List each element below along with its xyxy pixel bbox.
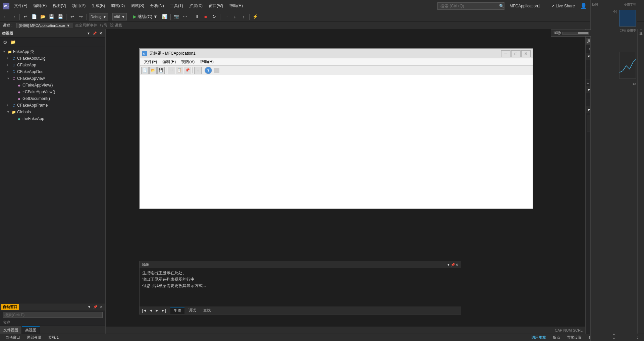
tree-item-1[interactable]: + C CFakeApp	[0, 62, 105, 68]
perf-monitor-button[interactable]: 📊	[161, 13, 168, 20]
tab-class-view[interactable]: 类视图	[22, 326, 40, 334]
screenshot-button[interactable]: 📷	[173, 13, 180, 20]
auto-window-col-header: 名称	[0, 319, 105, 326]
output-title: 输出	[142, 262, 150, 267]
tree-item-8[interactable]: ▼ 📁 Globals	[0, 109, 105, 115]
output-dropdown-button[interactable]: ▼	[447, 263, 450, 267]
tree-item-9[interactable]: ◆ theFakeApp	[0, 115, 105, 122]
platform-dropdown[interactable]: x86 ▼	[112, 13, 127, 20]
output-last-button[interactable]: ►|	[160, 308, 167, 313]
class-view-close-button[interactable]: ✕	[98, 31, 103, 36]
tree-item-3[interactable]: ▼ C CFakeAppView	[0, 75, 105, 82]
restart-button[interactable]: ↻	[211, 13, 218, 20]
output-tab-build[interactable]: 生成	[170, 307, 184, 314]
process-selector[interactable]: [8496] MFCApplication1.exe ▼	[16, 23, 72, 28]
step-out-button[interactable]: ↑	[240, 13, 247, 20]
menu-file[interactable]: 文件(F)	[11, 2, 30, 10]
dropdown-arrow-icon: ▼	[103, 15, 106, 19]
stop-button[interactable]: ■	[202, 13, 209, 20]
undo2-button[interactable]: ↩	[68, 13, 76, 20]
debug-tab-exceptions[interactable]: 异常设置	[564, 334, 584, 341]
undo-button[interactable]: ↩	[22, 13, 29, 20]
output-close-button[interactable]: ✕	[455, 263, 458, 267]
cpu-thumbnail	[619, 10, 636, 26]
tree-item-6[interactable]: ◆ GetDocument()	[0, 95, 105, 102]
menu-edit[interactable]: 编辑(E)	[31, 2, 49, 10]
tree-item-4[interactable]: ◆ CFakeAppView()	[0, 82, 105, 89]
sidebar-strip-item-2[interactable]: 工具箱	[639, 36, 643, 39]
auto-window-close-button[interactable]: ✕	[99, 304, 104, 310]
save-all-button[interactable]: 💾	[57, 13, 64, 20]
tree-item-root[interactable]: ▼ 📁 FakeApp 类	[0, 48, 105, 55]
menu-help[interactable]: 帮助(H)	[226, 2, 246, 10]
mfc-menu-file[interactable]: 文件(F)	[141, 58, 160, 65]
output-tab-debug[interactable]: 调试	[185, 307, 199, 314]
forward-button[interactable]: →	[10, 13, 17, 20]
tree-item-2[interactable]: + C CFakeAppDoc	[0, 68, 105, 75]
mfc-paste-button[interactable]: 📌	[184, 67, 191, 74]
output-pin-button[interactable]: 📌	[451, 263, 455, 267]
step-into-button[interactable]: ↓	[231, 13, 238, 20]
mfc-close-button[interactable]: ✕	[521, 50, 531, 57]
menu-tools[interactable]: 工具(T)	[167, 2, 186, 10]
mfc-help-button[interactable]: ?	[205, 67, 212, 74]
auto-search-input[interactable]	[3, 312, 103, 318]
auto-window-dock-button[interactable]: 📌	[93, 304, 98, 310]
back-button[interactable]: ←	[1, 13, 9, 20]
mfc-open-button[interactable]: 📂	[149, 67, 157, 74]
mfc-print-button[interactable]: 🖨	[194, 67, 202, 74]
new-file-button[interactable]: 📄	[31, 13, 38, 20]
debug-config-dropdown[interactable]: Debug ▼	[89, 13, 108, 20]
mfc-minimize-button[interactable]: ─	[501, 50, 511, 57]
debug-tab-callstack[interactable]: 调用堆栈	[529, 334, 549, 341]
menu-project[interactable]: 项目(P)	[69, 2, 88, 10]
pause-button[interactable]: ⏸	[193, 13, 201, 20]
redo-button[interactable]: ↪	[77, 13, 85, 20]
menu-view[interactable]: 视图(V)	[50, 2, 69, 10]
continue-button[interactable]: ▶ 继续(C) ▼	[131, 13, 160, 20]
menu-build[interactable]: 生成(B)	[89, 2, 108, 10]
mfc-save-button[interactable]: 💾	[157, 67, 165, 74]
user-icon[interactable]: 👤	[580, 3, 587, 9]
output-next-button[interactable]: ►	[154, 308, 160, 313]
class-view-dock-button[interactable]: 📌	[92, 31, 97, 36]
mfc-menu-help[interactable]: 帮助(H)	[197, 58, 216, 65]
class-view-folder-button[interactable]: 📁	[9, 39, 17, 46]
debug-tab-auto[interactable]: 自动窗口	[3, 334, 23, 341]
mfc-window[interactable]: M 无标题 - MFCApplication1 ─ □ ✕ 文件(F) 编辑(E…	[139, 48, 533, 209]
search-input[interactable]	[437, 2, 504, 10]
class-view-pin-button[interactable]: ▼	[86, 31, 91, 36]
menu-test[interactable]: 测试(S)	[128, 2, 147, 10]
debug-tab-locals[interactable]: 局部变量	[24, 334, 44, 341]
sidebar-strip-item-1[interactable]: 性能分析器	[639, 31, 643, 33]
mfc-menu-view[interactable]: 视图(V)	[178, 58, 197, 65]
output-prev-button[interactable]: ◄	[148, 308, 154, 313]
debug-tab-breakpoints[interactable]: 断点	[550, 334, 563, 341]
class-view-settings-button[interactable]: ⚙	[1, 39, 9, 46]
menu-extensions[interactable]: 扩展(X)	[186, 2, 205, 10]
debug-tab-watch[interactable]: 监视 1	[46, 334, 61, 341]
mfc-menu-edit[interactable]: 编辑(E)	[160, 58, 178, 65]
mfc-cut-button[interactable]: ✂	[168, 67, 175, 74]
more-tools-button[interactable]: ⋯	[181, 13, 189, 20]
menu-debug[interactable]: 调试(D)	[108, 2, 127, 10]
tree-item-0[interactable]: + C CFakeAboutDlg	[0, 55, 105, 62]
perf-scroll-up[interactable]: ▲	[591, 332, 637, 336]
open-file-button[interactable]: 📂	[39, 13, 47, 20]
step-over-button[interactable]: →	[222, 13, 230, 20]
perf-scroll-down[interactable]: ▼	[591, 336, 637, 341]
output-tab-find[interactable]: 查找	[200, 307, 214, 314]
tree-item-7[interactable]: + C CFakeAppFrame	[0, 102, 105, 109]
misc-button[interactable]: ⚡	[252, 13, 259, 20]
tree-item-5[interactable]: ◆ ~CFakeAppView()	[0, 89, 105, 95]
tab-file-view[interactable]: 文件视图	[0, 326, 22, 334]
menu-analyze[interactable]: 分析(N)	[148, 2, 167, 10]
mfc-maximize-button[interactable]: □	[511, 50, 521, 57]
mfc-new-button[interactable]: 📄	[141, 67, 149, 74]
mfc-copy-button[interactable]: 📋	[176, 67, 183, 74]
menu-window[interactable]: 窗口(W)	[206, 2, 226, 10]
save-button[interactable]: 💾	[48, 13, 55, 20]
output-first-button[interactable]: |◄	[141, 308, 148, 313]
auto-window-pin-button[interactable]: ▼	[87, 304, 92, 310]
live-share-button[interactable]: ↗ Live Share	[548, 3, 578, 9]
